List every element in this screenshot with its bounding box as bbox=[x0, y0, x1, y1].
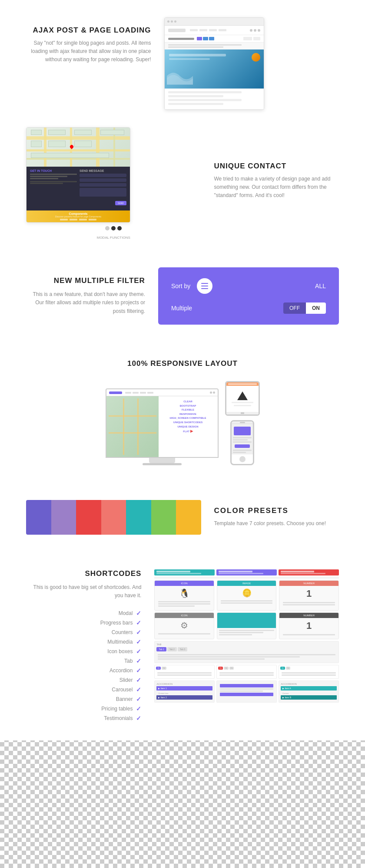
desktop-mockup: CLEAR BOOTSTRAP FLEXIBLE RESPONSIVE HIGH… bbox=[106, 388, 219, 465]
browser-header-bar bbox=[165, 26, 264, 35]
contact-title: UNIQUE CONTACT bbox=[214, 162, 339, 171]
contact-form-area: GET IN TOUCH SEND MESSAGE bbox=[27, 167, 130, 210]
list-item: Tab ✓ bbox=[26, 656, 141, 666]
shortcodes-title: SHORTCODES bbox=[26, 569, 141, 578]
linux-icon: 🐧 bbox=[179, 588, 190, 598]
list-item: Progress bars ✓ bbox=[26, 618, 141, 628]
preview-card-gear: ICON ⚙ bbox=[154, 612, 214, 639]
send-message-col: SEND MESSAGE SEND bbox=[80, 169, 126, 206]
list-item: Modal ✓ bbox=[26, 608, 141, 618]
toggle-switch[interactable]: OFF ON bbox=[283, 302, 326, 314]
check-icon: ✓ bbox=[136, 667, 141, 674]
nav-items-mock bbox=[190, 29, 226, 31]
preview-grid-row2: ICON 🐧 IMAGE 🪙 bbox=[154, 580, 339, 611]
shortcodes-text-col: SHORTCODES This is good to have big set … bbox=[26, 569, 141, 723]
swatch-2 bbox=[51, 500, 76, 535]
check-icon: ✓ bbox=[136, 705, 141, 712]
filter-multiple-row: Multiple OFF ON bbox=[171, 302, 326, 314]
header-icons-mock bbox=[250, 29, 260, 32]
shortcode-label: Icon boxes bbox=[107, 648, 133, 654]
list-item: Multimedia ✓ bbox=[26, 637, 141, 647]
preview-divider bbox=[154, 577, 339, 579]
shortcodes-intro: This is good to have big set of shortcod… bbox=[26, 583, 141, 600]
desktop-header-mock bbox=[106, 389, 218, 396]
check-icon: ✓ bbox=[136, 686, 141, 693]
desktop-screen: CLEAR BOOTSTRAP FLEXIBLE RESPONSIVE HIGH… bbox=[106, 388, 219, 458]
preview-header-1 bbox=[154, 569, 215, 575]
filter-sort-row: Sort by ALL bbox=[171, 278, 326, 294]
desktop-map-mock bbox=[106, 396, 159, 457]
components-title: Components bbox=[30, 212, 126, 215]
tab-btn-2[interactable]: Tab 2 bbox=[167, 647, 177, 651]
list-item: Slider ✓ bbox=[26, 675, 141, 685]
accordion-row-teal: ▶ Item A bbox=[281, 686, 337, 690]
wave-svg bbox=[167, 67, 193, 85]
responsive-title: 100% RESPONSIVE LAYOUT bbox=[26, 359, 339, 368]
post-toolbar bbox=[165, 35, 264, 43]
shortcode-label: Banner bbox=[116, 696, 133, 702]
phone-header-mock bbox=[234, 427, 251, 435]
check-icon: ✓ bbox=[136, 648, 141, 655]
check-icon: ✓ bbox=[136, 629, 141, 636]
gear-icon: ⚙ bbox=[180, 620, 188, 631]
tablet-mockup bbox=[225, 381, 260, 416]
preview-card-image: IMAGE 🪙 bbox=[217, 580, 277, 611]
phone-content bbox=[232, 424, 253, 454]
desktop-stand bbox=[149, 458, 175, 463]
post-title-mock bbox=[168, 38, 194, 40]
preview-card-header-number: NUMBER bbox=[279, 581, 338, 586]
post-actions-mock bbox=[243, 37, 260, 40]
shortcode-label: Testimonials bbox=[104, 715, 133, 721]
preview-tab-section: TAB Tab 1 Tab 2 Tab 3 bbox=[154, 641, 339, 703]
check-icon: ✓ bbox=[136, 715, 141, 722]
avatar bbox=[252, 53, 260, 62]
shortcode-label: Multimedia bbox=[107, 639, 133, 645]
swatch-7 bbox=[176, 500, 201, 535]
sort-by-label: Sort by bbox=[171, 283, 190, 289]
phone-btn-mock bbox=[235, 444, 250, 448]
mobile-devices bbox=[225, 381, 260, 465]
teal-block bbox=[217, 613, 276, 628]
filter-widget: Sort by ALL Multiple OFF ON bbox=[158, 267, 339, 325]
coin-icon: 🪙 bbox=[242, 588, 252, 598]
page-inner-content bbox=[165, 35, 264, 109]
colors-text-col: COLOR PRESETS Template have 7 color pres… bbox=[214, 506, 339, 528]
toggle-on[interactable]: ON bbox=[306, 302, 326, 314]
colors-title: COLOR PRESETS bbox=[214, 506, 339, 515]
list-item: Pricing tables ✓ bbox=[26, 704, 141, 713]
tab-btn-active[interactable]: Tab 1 bbox=[156, 647, 166, 651]
preview-header-2 bbox=[216, 569, 277, 575]
dots-navigation bbox=[26, 223, 201, 234]
contact-img-col: GET IN TOUCH SEND MESSAGE bbox=[26, 127, 201, 241]
modal-label: MODAL FUNCTIONS bbox=[26, 234, 201, 241]
toggle-off[interactable]: OFF bbox=[283, 302, 306, 314]
number-display-2: 1 bbox=[306, 620, 312, 631]
contact-section: GET IN TOUCH SEND MESSAGE bbox=[0, 118, 365, 250]
shortcodes-section: SHORTCODES This is good to have big set … bbox=[0, 552, 365, 740]
list-item: Counters ✓ bbox=[26, 628, 141, 637]
browser-content bbox=[165, 26, 264, 109]
phone-screen bbox=[232, 424, 253, 454]
tab-btn-3[interactable]: Tab 3 bbox=[178, 647, 187, 651]
list-item: Icon boxes ✓ bbox=[26, 647, 141, 656]
swatch-1 bbox=[26, 500, 51, 535]
shortcode-label: Pricing tables bbox=[101, 706, 133, 712]
tab-row: Tab 1 Tab 2 Tab 3 bbox=[156, 647, 337, 651]
site-logo-mock bbox=[168, 29, 186, 32]
ajax-title: AJAX POST & PAGE LOADING bbox=[26, 26, 151, 35]
hamburger-icon bbox=[200, 282, 209, 290]
phone-home-btn bbox=[239, 456, 246, 462]
preview-card-number: NUMBER 1 bbox=[279, 580, 339, 611]
accordion-row-1: ▶ Item 1 bbox=[156, 686, 212, 690]
browser-bar bbox=[165, 18, 264, 26]
sort-icon[interactable] bbox=[197, 278, 212, 294]
post-content-mock bbox=[165, 89, 264, 109]
contact-description: We tried to make a variety of design pag… bbox=[214, 175, 339, 200]
tablet-header bbox=[226, 382, 259, 386]
filter-section: NEW MULTIPLE FILTER This is a new featur… bbox=[0, 250, 365, 342]
shortcode-label: Counters bbox=[112, 629, 133, 635]
swatch-4 bbox=[101, 500, 126, 535]
colors-section: COLOR PRESETS Template have 7 color pres… bbox=[0, 483, 365, 552]
color-swatches bbox=[26, 500, 201, 535]
check-icon: ✓ bbox=[136, 638, 141, 645]
